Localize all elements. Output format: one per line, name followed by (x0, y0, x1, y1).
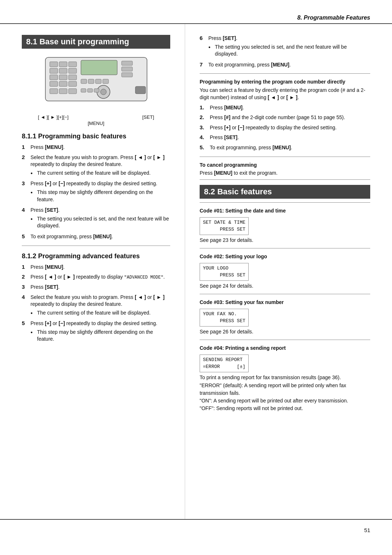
code-title-02: Code #02: Setting your logo (200, 254, 370, 259)
code-title-04: Code #04: Printing a sending report (200, 345, 370, 351)
step-content: Press [#] and the 2-digit code number (p… (210, 114, 370, 121)
step-content: Press [+] or [−] repeatedly to display t… (30, 180, 170, 204)
bullet-list: The setting you selected is set, and the… (208, 44, 370, 58)
bullet-list: This step may be slightly different depe… (30, 329, 170, 343)
bold-nav2: [ ► ] (64, 274, 75, 280)
steps-cont: 6 Press [SET]. The setting you selected … (200, 35, 370, 68)
step-2: 2 Select the feature you wish to program… (22, 154, 170, 178)
see-page-02: See page 24 for details. (200, 283, 370, 289)
step-num: 2. (200, 114, 210, 120)
bold-nav: [ ◄ ] (268, 94, 279, 100)
code-box-01: SET DATE & TIME PRESS SET (200, 217, 249, 235)
step-1: 1 Press [MENU]. (22, 264, 170, 271)
svg-rect-27 (87, 89, 93, 92)
header-text: 8. Programmable Features (297, 15, 370, 21)
step-5: 5 To exit programming, press [MENU]. (22, 233, 170, 240)
bold-nav2: [ ► ] (286, 94, 298, 100)
bold-plus: [+] (224, 125, 231, 130)
svg-rect-18 (122, 67, 132, 71)
svg-rect-16 (81, 60, 117, 75)
svg-rect-21 (88, 79, 94, 84)
divider (200, 294, 370, 294)
svg-rect-13 (50, 89, 58, 94)
step-num: 4 (22, 294, 30, 300)
bold-nav: [ ◄ ] (135, 154, 146, 160)
step-1: 1. Press [MENU]. (200, 104, 370, 112)
cancel-section: To cancel programming Press [MENU] to ex… (200, 162, 370, 176)
step-content: Press [+] or [−] repeatedly to display t… (210, 124, 370, 131)
svg-rect-5 (59, 68, 67, 73)
svg-rect-29 (135, 86, 146, 94)
bold-set: [SET] (224, 134, 238, 140)
bold-set: [SET] (45, 284, 58, 290)
bold-set: [SET] (45, 207, 58, 213)
step-num: 3 (22, 284, 30, 290)
step-num: 1 (22, 144, 30, 150)
svg-point-25 (101, 89, 106, 95)
svg-rect-22 (95, 79, 101, 84)
step-5: 5. To exit programming, press [MENU]. (200, 144, 370, 151)
code-box-02: YOUR LOGO PRESS SET (200, 263, 249, 281)
svg-rect-28 (94, 89, 99, 92)
svg-rect-3 (69, 62, 77, 67)
step-num: 5. (200, 144, 210, 150)
step-content: To exit programming, press [MENU]. (210, 144, 370, 151)
bold-nav: [ ◄ ] (45, 274, 56, 280)
step-5: 5 Press [+] or [−] repeatedly to display… (22, 320, 170, 344)
cancel-title: To cancel programming (200, 162, 370, 168)
device-svg (42, 54, 151, 112)
bullet-item: This step may be slightly different depe… (30, 189, 170, 203)
divider (200, 202, 370, 203)
label-right: [SET] (142, 114, 154, 120)
section-title-8-2: 8.2 Basic features (200, 185, 370, 199)
svg-rect-4 (50, 68, 58, 73)
section-title-8-1: 8.1 Base unit programming (22, 35, 170, 49)
svg-rect-6 (69, 68, 77, 73)
bullet-item: The setting you selected is set, and the… (30, 215, 170, 230)
bold-nav2: [ ► ] (153, 154, 164, 160)
svg-rect-17 (122, 61, 132, 65)
divider (200, 73, 370, 74)
step-content: Press [SET]. (210, 134, 370, 141)
svg-rect-20 (81, 79, 87, 84)
svg-rect-1 (50, 62, 58, 67)
divider (200, 340, 370, 340)
svg-rect-23 (103, 79, 109, 84)
left-column: 8.1 Base unit programming (0, 24, 185, 519)
svg-rect-11 (59, 81, 67, 86)
bullet-list: The current setting of the feature will … (30, 309, 170, 317)
bold-hash: [#] (224, 114, 230, 120)
code-section-01: Code #01: Setting the date and time SET … (200, 208, 370, 243)
see-page-03: See page 26 for details. (200, 329, 370, 335)
step-content: Press [SET]. The setting you selected is… (208, 35, 370, 58)
step-num: 3 (22, 180, 30, 186)
svg-rect-7 (50, 75, 58, 80)
device-image-area: [ ◄ ][ ► ][+][−] [SET] [MENU] (34, 54, 158, 126)
bold-menu: [MENU] (214, 170, 233, 176)
step-content: Press [MENU]. (30, 144, 170, 151)
subsection-title-8-1-2: 8.1.2 Programming advanced features (22, 252, 170, 260)
step-2: 2 Press [ ◄ ] or [ ► ] repeatedly to dis… (22, 274, 170, 281)
svg-rect-26 (81, 89, 86, 92)
bold-menu: [MENU] (45, 264, 64, 270)
step-num: 5 (22, 233, 30, 239)
bullet-list: This step may be slightly different depe… (30, 189, 170, 203)
bold-menu: [MENU] (45, 144, 64, 150)
bullet-item: The setting you selected is set, and the… (208, 44, 370, 58)
svg-rect-14 (59, 89, 67, 94)
step-num: 4 (22, 207, 30, 213)
step-3: 3. Press [+] or [−] repeatedly to displa… (200, 124, 370, 131)
bold-plus: [+] (45, 320, 52, 326)
code-section-03: Code #03: Setting your fax number YOUR F… (200, 299, 370, 335)
adv-mono: "ADVANCED MODE" (124, 275, 163, 280)
see-page-01: See page 23 for details. (200, 237, 370, 243)
bold-minus: [−] (238, 125, 244, 130)
code-section-02: Code #02: Setting your logo YOUR LOGO PR… (200, 254, 370, 289)
page-number: 51 (0, 519, 392, 533)
step-1: 1 Press [MENU]. (22, 144, 170, 151)
step-content: Select the feature you wish to program. … (30, 154, 170, 178)
bullet-list: The setting you selected is set, and the… (30, 215, 170, 230)
step-num: 6 (200, 35, 208, 41)
step-4: 4 Press [SET]. The setting you selected … (22, 207, 170, 230)
see-page-04: To print a sending report for fax transm… (200, 374, 370, 380)
